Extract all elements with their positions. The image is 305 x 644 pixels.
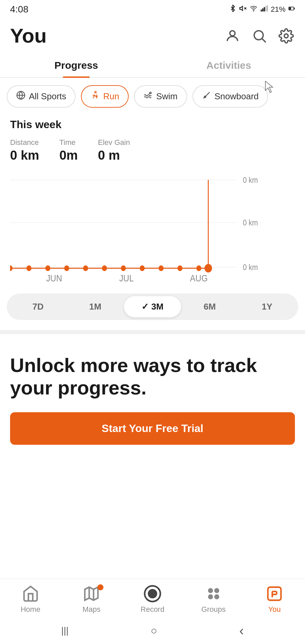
svg-point-26 — [27, 265, 32, 271]
upsell-section: Unlock more ways to track your progress.… — [0, 337, 305, 458]
header-action-icons — [224, 27, 295, 45]
svg-rect-7 — [265, 6, 267, 11]
sport-all-sports[interactable]: All Sports — [7, 85, 76, 108]
nav-groups-label: Groups — [202, 605, 226, 614]
nav-you[interactable]: You — [244, 584, 305, 614]
svg-point-31 — [121, 265, 126, 271]
svg-marker-43 — [85, 587, 98, 600]
sport-run[interactable]: Run — [81, 85, 129, 108]
swim-icon — [143, 91, 153, 102]
nav-record-label: Record — [141, 605, 165, 614]
svg-point-30 — [102, 265, 107, 271]
time-label: Time — [59, 138, 78, 147]
nav-you-label: You — [268, 605, 281, 614]
svg-rect-10 — [289, 8, 291, 10]
section-divider — [0, 330, 305, 334]
svg-text:JUN: JUN — [46, 273, 62, 284]
status-icons: 21% — [229, 5, 295, 14]
wifi-icon — [249, 5, 258, 14]
svg-text:0 km: 0 km — [243, 263, 258, 272]
home-icon — [21, 584, 40, 603]
snowboard-icon — [202, 91, 211, 102]
svg-point-35 — [196, 265, 201, 271]
svg-text:0 km: 0 km — [243, 176, 258, 185]
stat-elev-gain: Elev Gain 0 m — [98, 138, 130, 163]
bottom-navigation: Home Maps Record — [0, 579, 305, 617]
svg-text:JUL: JUL — [119, 273, 134, 284]
sport-filter-bar: All Sports Run Swim — [0, 78, 305, 115]
all-sports-icon — [16, 91, 26, 102]
svg-line-13 — [262, 39, 266, 42]
sport-snowboard[interactable]: Snowboard — [192, 85, 268, 108]
svg-point-47 — [148, 590, 156, 597]
svg-rect-4 — [261, 10, 262, 11]
this-week-title: This week — [10, 118, 295, 131]
svg-text:AUG: AUG — [190, 273, 208, 284]
elev-label: Elev Gain — [98, 138, 130, 147]
tab-progress[interactable]: Progress — [0, 52, 152, 77]
nav-maps-label: Maps — [82, 605, 100, 614]
svg-point-34 — [177, 265, 182, 271]
maps-badge — [97, 584, 103, 590]
svg-point-11 — [230, 31, 235, 36]
elev-value: 0 m — [98, 148, 130, 163]
week-stats: Distance 0 km Time 0m Elev Gain 0 m — [10, 138, 295, 163]
nav-home-label: Home — [20, 605, 40, 614]
nav-record[interactable]: Record — [122, 584, 183, 614]
chart-svg: JUN JUL AUG 0 km 0 km 0 km — [10, 173, 268, 287]
svg-point-36 — [205, 264, 212, 273]
svg-rect-6 — [264, 7, 265, 11]
upsell-title: Unlock more ways to track your progress. — [10, 354, 295, 399]
sport-swim[interactable]: Swim — [134, 85, 187, 108]
range-7d[interactable]: 7D — [9, 296, 67, 317]
svg-point-25 — [10, 265, 12, 271]
system-home-btn[interactable]: ○ — [151, 625, 157, 637]
svg-marker-0 — [240, 6, 243, 11]
system-menu-btn[interactable]: ||| — [61, 625, 69, 636]
svg-point-29 — [83, 265, 88, 271]
svg-point-32 — [140, 265, 145, 271]
tab-activities[interactable]: Activities — [152, 52, 305, 77]
svg-point-33 — [159, 265, 164, 271]
svg-text:0 km: 0 km — [243, 218, 258, 227]
svg-point-50 — [208, 594, 213, 599]
svg-point-27 — [45, 265, 50, 271]
this-week-section: This week Distance 0 km Time 0m Elev Gai… — [0, 115, 305, 287]
status-bar: 4:08 — [0, 0, 305, 17]
nav-groups[interactable]: Groups — [183, 584, 244, 614]
range-3m[interactable]: ✓ 3M — [124, 296, 181, 317]
svg-point-17 — [95, 91, 96, 93]
svg-point-3 — [253, 10, 254, 11]
range-1m[interactable]: 1M — [67, 296, 124, 317]
profile-icon-button[interactable] — [224, 27, 241, 45]
trial-button[interactable]: Start Your Free Trial — [10, 412, 295, 445]
run-icon — [90, 91, 100, 102]
svg-point-51 — [214, 594, 219, 599]
svg-point-12 — [254, 31, 263, 40]
page-title: You — [10, 24, 47, 47]
signal-icon — [261, 5, 268, 14]
main-tabs: Progress Activities — [0, 52, 305, 78]
system-nav-bar: ||| ○ ‹ — [0, 617, 305, 644]
stat-time: Time 0m — [59, 138, 78, 163]
time-range-selector: 7D 1M ✓ 3M 6M 1Y — [7, 293, 298, 320]
time-value: 0m — [59, 148, 78, 163]
settings-icon-button[interactable] — [277, 27, 295, 45]
nav-home[interactable]: Home — [0, 584, 61, 614]
svg-point-49 — [214, 588, 219, 593]
mute-icon — [239, 5, 247, 14]
progress-chart: JUN JUL AUG 0 km 0 km 0 km — [10, 173, 295, 287]
bluetooth-icon — [229, 5, 236, 14]
nav-maps[interactable]: Maps — [61, 584, 122, 614]
svg-rect-5 — [262, 8, 264, 11]
status-time: 4:08 — [10, 4, 29, 15]
distance-label: Distance — [10, 138, 39, 147]
you-icon — [265, 584, 284, 603]
search-icon-button[interactable] — [251, 27, 268, 45]
system-back-btn[interactable]: ‹ — [239, 623, 244, 638]
range-6m[interactable]: 6M — [181, 296, 238, 317]
battery-icon — [288, 5, 295, 14]
range-1y[interactable]: 1Y — [238, 296, 296, 317]
stat-distance: Distance 0 km — [10, 138, 39, 163]
svg-point-14 — [284, 34, 288, 38]
